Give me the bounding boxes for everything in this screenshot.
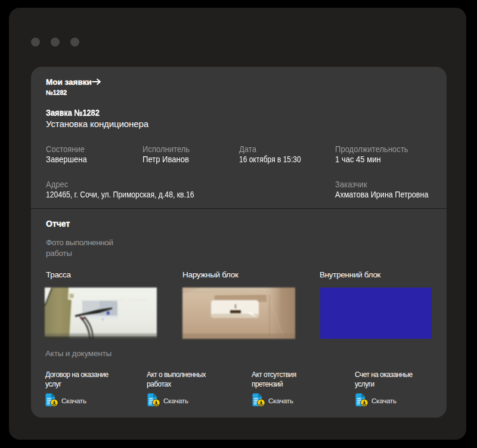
svg-text:ТЕХНО СЕРВИС: ТЕХНО СЕРВИС — [110, 298, 148, 302]
